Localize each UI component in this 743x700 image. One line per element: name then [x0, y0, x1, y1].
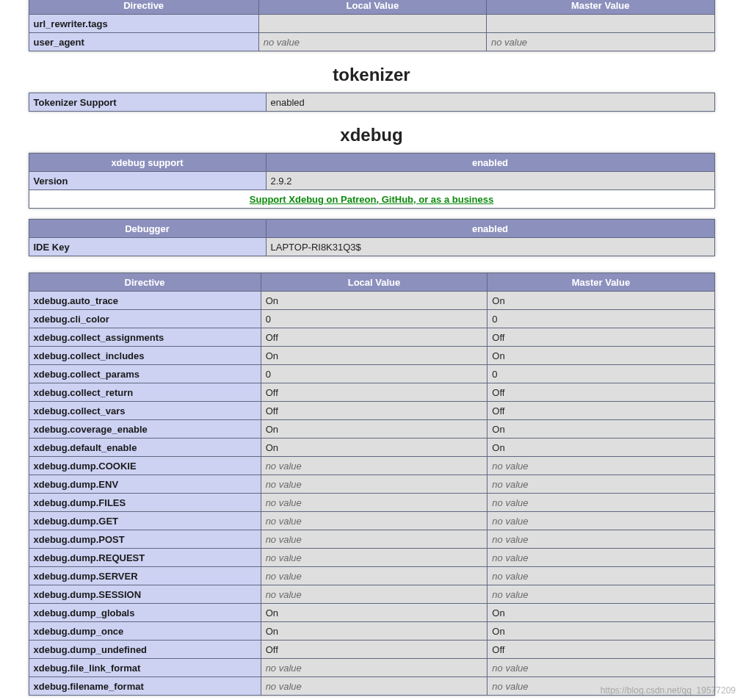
- master-value-cell: no value: [488, 457, 714, 475]
- value-cell: enabled: [266, 93, 714, 112]
- col-xdebug-enabled: enabled: [266, 154, 714, 172]
- master-value-cell: Off: [488, 641, 714, 659]
- directive-cell: user_agent: [29, 33, 258, 51]
- master-value-cell: no value: [488, 512, 714, 530]
- local-value-cell: [258, 15, 486, 33]
- local-value-cell: Off: [261, 328, 488, 347]
- table-row: xdebug.collect_varsOffOff: [29, 402, 714, 420]
- master-value-cell: On: [488, 622, 714, 641]
- local-value-cell: On: [261, 292, 488, 310]
- table-row: Tokenizer Supportenabled: [29, 93, 714, 112]
- section-title-tokenizer: tokenizer: [14, 65, 730, 85]
- table-row: xdebug.dump_undefinedOffOff: [29, 641, 714, 659]
- table-row: xdebug.dump.FILESno valueno value: [29, 494, 714, 512]
- master-value-cell: no value: [488, 585, 714, 604]
- local-value-cell: no value: [261, 494, 488, 512]
- local-value-cell: Off: [261, 641, 488, 659]
- directive-cell: xdebug.dump_globals: [29, 604, 261, 622]
- table-row: xdebug.cli_color00: [29, 310, 714, 328]
- master-value-cell: Off: [488, 402, 714, 420]
- table-row: xdebug.dump_onceOnOn: [29, 622, 714, 641]
- master-value-cell: [486, 15, 714, 33]
- table-row: xdebug.collect_assignmentsOffOff: [29, 328, 714, 347]
- key-cell: Version: [29, 172, 266, 190]
- table-row: xdebug.file_link_formatno valueno value: [29, 659, 714, 677]
- master-value-cell: no value: [488, 475, 714, 494]
- col-master: Master Value: [488, 273, 714, 292]
- local-value-cell: 0: [261, 310, 488, 328]
- table-row: user_agentno valueno value: [29, 33, 714, 51]
- directive-cell: xdebug.collect_includes: [29, 347, 261, 365]
- local-value-cell: Off: [261, 402, 488, 420]
- table-row: xdebug.dump.REQUESTno valueno value: [29, 549, 714, 567]
- master-value-cell: no value: [488, 677, 714, 696]
- master-value-cell: no value: [488, 530, 714, 549]
- col-local: Local Value: [261, 273, 488, 292]
- col-directive: Directive: [29, 0, 258, 15]
- directive-cell: xdebug.dump.REQUEST: [29, 549, 261, 567]
- table-row: xdebug.filename_formatno valueno value: [29, 677, 714, 696]
- col-debugger-enabled: enabled: [266, 220, 714, 238]
- directive-cell: xdebug.cli_color: [29, 310, 261, 328]
- master-value-cell: no value: [486, 33, 714, 51]
- master-value-cell: On: [488, 420, 714, 439]
- local-value-cell: no value: [261, 475, 488, 494]
- local-value-cell: no value: [261, 567, 488, 585]
- local-value-cell: no value: [261, 659, 488, 677]
- local-value-cell: no value: [261, 457, 488, 475]
- master-value-cell: no value: [488, 494, 714, 512]
- table-row: xdebug.auto_traceOnOn: [29, 292, 714, 310]
- master-value-cell: On: [488, 347, 714, 365]
- master-value-cell: On: [488, 292, 714, 310]
- table-header-row: Directive Local Value Master Value: [29, 273, 714, 292]
- directive-cell: xdebug.dump_once: [29, 622, 261, 641]
- xdebug-directive-table: Directive Local Value Master Value xdebu…: [29, 273, 715, 696]
- col-debugger: Debugger: [29, 220, 266, 238]
- directive-cell: xdebug.auto_trace: [29, 292, 261, 310]
- local-value-cell: On: [261, 347, 488, 365]
- local-value-cell: no value: [261, 549, 488, 567]
- table-row: url_rewriter.tags: [29, 15, 714, 33]
- key-cell: Tokenizer Support: [29, 93, 266, 112]
- value-cell: 2.9.2: [266, 172, 714, 190]
- top-directive-table: Directive Local Value Master Value url_r…: [29, 0, 715, 51]
- directive-cell: xdebug.file_link_format: [29, 659, 261, 677]
- key-cell: IDE Key: [29, 238, 266, 256]
- directive-cell: xdebug.dump.FILES: [29, 494, 261, 512]
- local-value-cell: On: [261, 622, 488, 641]
- local-value-cell: On: [261, 604, 488, 622]
- directive-cell: xdebug.dump_undefined: [29, 641, 261, 659]
- directive-cell: xdebug.filename_format: [29, 677, 261, 696]
- xdebug-debugger-table: Debugger enabled IDE KeyLAPTOP-RI8K31Q3$: [29, 219, 715, 256]
- directive-cell: xdebug.dump.SERVER: [29, 567, 261, 585]
- directive-cell: xdebug.collect_vars: [29, 402, 261, 420]
- master-value-cell: 0: [488, 310, 714, 328]
- local-value-cell: no value: [258, 33, 486, 51]
- table-row: xdebug.dump.GETno valueno value: [29, 512, 714, 530]
- directive-cell: xdebug.dump.ENV: [29, 475, 261, 494]
- directive-cell: xdebug.dump.GET: [29, 512, 261, 530]
- table-row: xdebug.collect_includesOnOn: [29, 347, 714, 365]
- directive-cell: xdebug.dump.COOKIE: [29, 457, 261, 475]
- master-value-cell: no value: [488, 567, 714, 585]
- table-header-row: xdebug support enabled: [29, 154, 714, 172]
- directive-cell: xdebug.dump.SESSION: [29, 585, 261, 604]
- table-row: IDE KeyLAPTOP-RI8K31Q3$: [29, 238, 714, 256]
- directive-cell: url_rewriter.tags: [29, 15, 258, 33]
- table-row: xdebug.collect_returnOffOff: [29, 383, 714, 402]
- local-value-cell: no value: [261, 677, 488, 696]
- support-xdebug-link[interactable]: Support Xdebug on Patreon, GitHub, or as…: [250, 194, 493, 205]
- section-title-xdebug: xdebug: [14, 125, 730, 145]
- local-value-cell: On: [261, 420, 488, 439]
- table-row: xdebug.dump_globalsOnOn: [29, 604, 714, 622]
- directive-cell: xdebug.collect_assignments: [29, 328, 261, 347]
- directive-cell: xdebug.collect_return: [29, 383, 261, 402]
- directive-cell: xdebug.dump.POST: [29, 530, 261, 549]
- table-row: xdebug.collect_params00: [29, 365, 714, 383]
- col-local: Local Value: [258, 0, 486, 15]
- master-value-cell: Off: [488, 383, 714, 402]
- master-value-cell: no value: [488, 549, 714, 567]
- table-row: xdebug.coverage_enableOnOn: [29, 420, 714, 439]
- value-cell: LAPTOP-RI8K31Q3$: [266, 238, 714, 256]
- col-xdebug-support: xdebug support: [29, 154, 266, 172]
